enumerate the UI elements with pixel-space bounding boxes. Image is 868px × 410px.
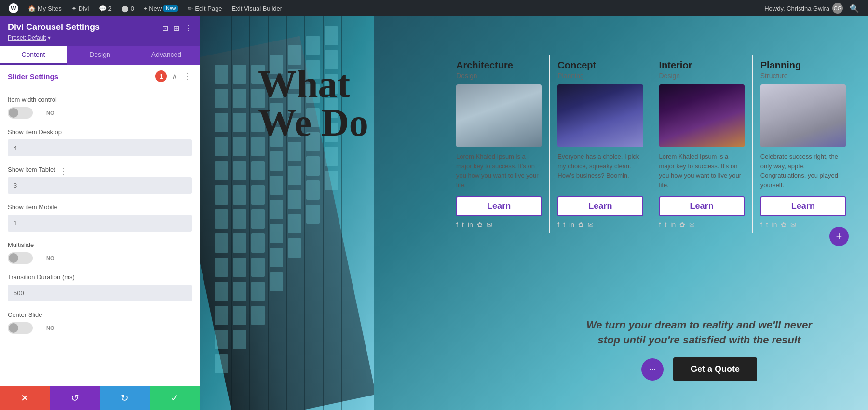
- linkedin-icon-concept[interactable]: in: [569, 221, 574, 229]
- card-image-architecture: [456, 84, 542, 147]
- exit-builder-button[interactable]: Exit Visual Builder: [228, 0, 286, 16]
- section-collapse-button[interactable]: ∧: [171, 71, 178, 82]
- divi-button[interactable]: ✦ Divi: [68, 0, 93, 16]
- panel-menu-icon[interactable]: ⋮: [184, 24, 192, 33]
- instagram-icon-arch[interactable]: ✿: [477, 221, 483, 229]
- facebook-icon-concept[interactable]: f: [557, 221, 559, 229]
- instagram-icon-interior[interactable]: ✿: [679, 221, 685, 229]
- twitter-icon-interior[interactable]: t: [665, 221, 666, 229]
- twitter-icon-arch[interactable]: t: [462, 221, 464, 229]
- setting-item-desktop: Show item Desktop: [8, 128, 192, 156]
- howdy-label: Howdy, Christina Gwira: [764, 5, 829, 12]
- toggle-width-control[interactable]: [8, 107, 33, 119]
- redo-button[interactable]: ↻: [100, 386, 150, 410]
- home-icon: 🏠: [28, 5, 36, 12]
- toggle-knob-width-control: [9, 108, 18, 118]
- svg-rect-20: [233, 185, 246, 205]
- my-sites-button[interactable]: 🏠 My Sites: [24, 0, 66, 16]
- section-badge: 1: [155, 70, 167, 82]
- svg-rect-42: [270, 151, 283, 171]
- setting-item-tablet: Show item Tablet ⋮: [8, 166, 192, 194]
- svg-rect-25: [233, 306, 246, 325]
- svg-rect-36: [251, 282, 265, 301]
- email-icon-planning[interactable]: ✉: [790, 221, 796, 229]
- facebook-icon-interior[interactable]: f: [659, 221, 661, 229]
- preset-label[interactable]: Preset: Default ▾: [8, 34, 192, 41]
- edit-page-button[interactable]: ✏ Edit Page: [184, 0, 226, 16]
- linkedin-icon-planning[interactable]: in: [772, 221, 777, 229]
- learn-button-interior[interactable]: Learn: [659, 196, 745, 216]
- twitter-icon-concept[interactable]: t: [563, 221, 565, 229]
- svg-rect-55: [288, 214, 301, 233]
- svg-rect-23: [233, 258, 246, 277]
- learn-button-planning[interactable]: Learn: [760, 196, 846, 216]
- learn-button-concept[interactable]: Learn: [557, 196, 643, 216]
- tab-advanced[interactable]: Advanced: [133, 46, 200, 65]
- undo-button[interactable]: ↺: [50, 386, 100, 410]
- tablet-dots-icon[interactable]: ⋮: [59, 167, 67, 176]
- add-slide-button[interactable]: +: [829, 227, 849, 246]
- comments-count: 2: [108, 5, 112, 12]
- exit-builder-label: Exit Visual Builder: [232, 5, 283, 12]
- wp-logo-button[interactable]: W: [5, 0, 22, 16]
- admin-bar: W 🏠 My Sites ✦ Divi 💬 2 ⬤ 0 + New New ✏ …: [0, 0, 868, 16]
- divi-label: Divi: [79, 5, 89, 12]
- card-social-planning: f t in ✿ ✉: [760, 221, 846, 229]
- setting-item-center-slide: Center Slide NO: [8, 311, 192, 334]
- svg-rect-46: [270, 248, 283, 267]
- facebook-icon-arch[interactable]: f: [456, 221, 458, 229]
- save-button[interactable]: ✓: [150, 386, 200, 410]
- svg-rect-18: [233, 137, 246, 156]
- email-icon-concept[interactable]: ✉: [588, 221, 594, 229]
- setting-input-mobile[interactable]: [8, 215, 192, 232]
- search-icon[interactable]: 🔍: [846, 4, 863, 13]
- svg-rect-65: [325, 26, 338, 45]
- svg-rect-31: [251, 161, 265, 180]
- linkedin-icon-interior[interactable]: in: [670, 221, 676, 229]
- setting-item-mobile: Show item Mobile: [8, 204, 192, 232]
- admin-bar-right: Howdy, Christina Gwira CG 🔍: [764, 3, 863, 14]
- twitter-icon-planning[interactable]: t: [766, 221, 768, 229]
- setting-input-transition[interactable]: [8, 285, 192, 301]
- bottom-cta-row: ··· Get a Quote: [579, 357, 820, 381]
- pencil-icon: ✏: [188, 5, 193, 12]
- linkedin-icon-arch[interactable]: in: [468, 221, 473, 229]
- setting-input-tablet[interactable]: [8, 177, 192, 194]
- svg-rect-52: [288, 142, 301, 161]
- email-icon-interior[interactable]: ✉: [689, 221, 695, 229]
- card-subtitle-planning: Structure: [760, 72, 846, 80]
- comment-count-button[interactable]: ⬤ 0: [118, 0, 138, 16]
- new-button[interactable]: + New New: [140, 0, 182, 16]
- learn-button-architecture[interactable]: Learn: [456, 196, 542, 216]
- toggle-label-center-slide: NO: [46, 325, 54, 331]
- panel-header: Divi Carousel Settings ⊡ ⊞ ⋮ Preset: Def…: [0, 16, 200, 46]
- panel-grid-icon[interactable]: ⊞: [173, 24, 179, 33]
- svg-rect-3: [215, 89, 228, 108]
- section-more-button[interactable]: ⋮: [182, 71, 192, 82]
- tab-content[interactable]: Content: [0, 46, 67, 65]
- dots-label: ···: [649, 364, 656, 374]
- setting-input-desktop[interactable]: [8, 139, 192, 156]
- svg-rect-57: [306, 36, 320, 55]
- setting-label-center-slide: Center Slide: [8, 311, 192, 318]
- panel-collapse-icon[interactable]: ⊡: [162, 24, 168, 33]
- get-quote-button[interactable]: Get a Quote: [673, 357, 757, 381]
- svg-rect-13: [215, 330, 228, 349]
- svg-rect-33: [251, 209, 265, 229]
- cancel-button[interactable]: ✕: [0, 386, 50, 410]
- tab-design[interactable]: Design: [67, 46, 133, 65]
- instagram-icon-planning[interactable]: ✿: [781, 221, 787, 229]
- comments-button[interactable]: 💬 2: [95, 0, 116, 16]
- svg-rect-22: [233, 233, 246, 253]
- card-image-concept: [557, 84, 643, 147]
- facebook-icon-planning[interactable]: f: [760, 221, 762, 229]
- howdy-section[interactable]: Howdy, Christina Gwira CG: [764, 3, 843, 14]
- svg-rect-2: [215, 65, 228, 84]
- toggle-center-slide[interactable]: [8, 322, 33, 334]
- svg-rect-17: [233, 113, 246, 132]
- instagram-icon-concept[interactable]: ✿: [578, 221, 584, 229]
- toggle-multislide[interactable]: [8, 252, 33, 264]
- dots-menu-button[interactable]: ···: [641, 358, 664, 381]
- card-social-architecture: f t in ✿ ✉: [456, 221, 542, 229]
- email-icon-arch[interactable]: ✉: [487, 221, 492, 229]
